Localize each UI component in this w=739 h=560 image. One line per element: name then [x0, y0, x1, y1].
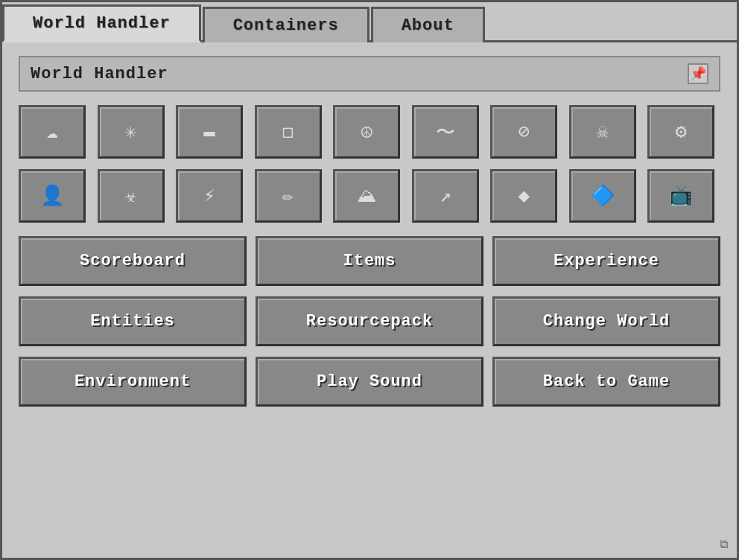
tab-about[interactable]: About: [371, 7, 485, 42]
bar-icon[interactable]: ▬: [176, 105, 243, 159]
skull-icon[interactable]: ☠: [569, 105, 636, 159]
content-area: World Handler 📌 ☁ ✳ ▬ ◻ ☮ 〜 ⊘ ☠ ⚙ 👤 ☣ ⚡ …: [2, 42, 737, 558]
pencil-icon[interactable]: ✏: [255, 169, 322, 223]
items-button[interactable]: Items: [256, 236, 483, 286]
icon-grid-row2: 👤 ☣ ⚡ ✏ ⛰ ↗ ◆ 🔷 📺: [19, 169, 720, 223]
scoreboard-button[interactable]: Scoreboard: [19, 236, 247, 286]
person-icon[interactable]: 👤: [19, 169, 86, 223]
corner-resize-icon[interactable]: ⧉: [720, 538, 728, 552]
button-row-3: Environment Play Sound Back to Game: [19, 357, 720, 407]
tab-containers[interactable]: Containers: [203, 7, 370, 42]
weather-icon[interactable]: ☁: [19, 105, 86, 159]
screen-icon[interactable]: 📺: [647, 169, 714, 223]
environment-button[interactable]: Environment: [19, 357, 247, 407]
biohazard-icon[interactable]: ☣: [98, 169, 165, 223]
square-icon[interactable]: ◻: [255, 105, 322, 159]
lightning-icon[interactable]: ⚡: [176, 169, 243, 223]
mountain-icon[interactable]: ⛰: [333, 169, 400, 223]
no-icon[interactable]: ⊘: [490, 105, 557, 159]
peace-icon[interactable]: ☮: [333, 105, 400, 159]
sparkle-icon[interactable]: ✳: [98, 105, 165, 159]
header-bar: World Handler 📌: [19, 56, 720, 92]
resourcepack-button[interactable]: Resourcepack: [256, 296, 483, 346]
tabs-row: World Handler Containers About: [2, 2, 737, 42]
icon-grid-row1: ☁ ✳ ▬ ◻ ☮ 〜 ⊘ ☠ ⚙: [19, 105, 720, 159]
pin-icon[interactable]: 📌: [688, 63, 708, 84]
wave-icon[interactable]: 〜: [412, 105, 479, 159]
arrow-icon[interactable]: ↗: [412, 169, 479, 223]
page-title: World Handler: [31, 65, 168, 83]
gem-icon[interactable]: 🔷: [569, 169, 636, 223]
diamond-icon[interactable]: ◆: [490, 169, 557, 223]
back-to-game-button[interactable]: Back to Game: [492, 357, 720, 407]
change-world-button[interactable]: Change World: [492, 296, 720, 346]
tab-world-handler[interactable]: World Handler: [2, 4, 201, 42]
experience-button[interactable]: Experience: [492, 236, 720, 286]
entities-button[interactable]: Entities: [19, 296, 247, 346]
main-window: World Handler Containers About World Han…: [0, 0, 739, 560]
gear-icon[interactable]: ⚙: [647, 105, 714, 159]
play-sound-button[interactable]: Play Sound: [256, 357, 483, 407]
button-row-1: Scoreboard Items Experience: [19, 236, 720, 286]
button-row-2: Entities Resourcepack Change World: [19, 296, 720, 346]
